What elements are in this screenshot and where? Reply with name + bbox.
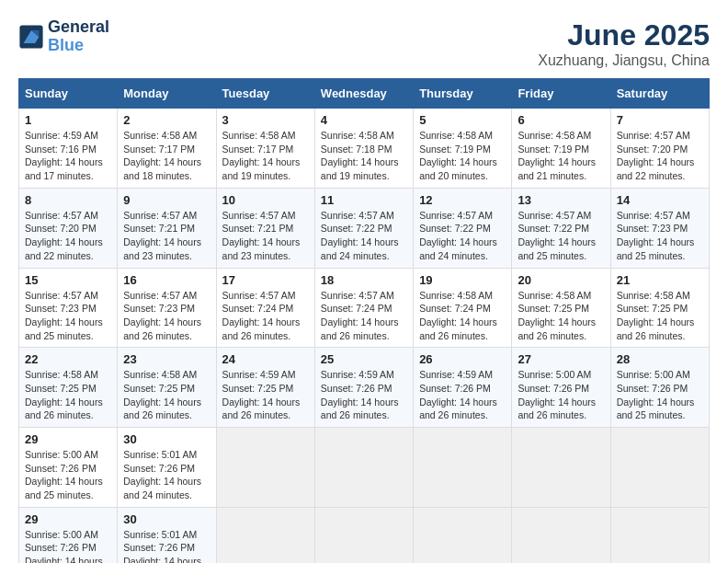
calendar-week-row: 29Sunrise: 5:00 AMSunset: 7:26 PMDayligh… [19,428,710,508]
calendar-day-cell: 13Sunrise: 4:57 AMSunset: 7:22 PMDayligh… [512,188,610,268]
calendar-day-cell: 14Sunrise: 4:57 AMSunset: 7:23 PMDayligh… [610,188,709,268]
logo-icon [18,24,44,50]
day-number: 2 [123,113,210,127]
day-info: Sunrise: 4:58 AMSunset: 7:24 PMDaylight:… [419,289,506,343]
calendar-day-cell: 25Sunrise: 4:59 AMSunset: 7:26 PMDayligh… [314,348,413,428]
calendar-day-cell: 5Sunrise: 4:58 AMSunset: 7:19 PMDaylight… [414,109,512,189]
calendar-week-row: 15Sunrise: 4:57 AMSunset: 7:23 PMDayligh… [19,268,710,348]
calendar-day-cell: 1Sunrise: 4:59 AMSunset: 7:16 PMDaylight… [19,109,118,189]
weekday-header: SundayMondayTuesdayWednesdayThursdayFrid… [19,79,710,109]
calendar-day-cell: 10Sunrise: 4:57 AMSunset: 7:21 PMDayligh… [216,188,314,268]
weekday-header-cell: Tuesday [216,79,314,109]
day-number: 6 [518,113,604,127]
day-number: 27 [518,352,604,366]
calendar-day-cell: 6Sunrise: 4:58 AMSunset: 7:19 PMDaylight… [512,109,610,189]
calendar-day-cell [610,507,709,563]
calendar-day-cell: 21Sunrise: 4:58 AMSunset: 7:25 PMDayligh… [610,268,709,348]
day-number: 20 [518,273,604,287]
day-number: 19 [419,273,506,287]
day-info: Sunrise: 4:57 AMSunset: 7:24 PMDaylight:… [321,289,407,343]
title-area: June 2025 Xuzhuang, Jiangsu, China [538,18,710,69]
day-info: Sunrise: 4:58 AMSunset: 7:25 PMDaylight:… [518,289,604,343]
day-info: Sunrise: 4:57 AMSunset: 7:22 PMDaylight:… [321,209,407,263]
weekday-header-cell: Saturday [610,79,709,109]
calendar-day-cell: 15Sunrise: 4:57 AMSunset: 7:23 PMDayligh… [19,268,118,348]
day-info: Sunrise: 4:58 AMSunset: 7:17 PMDaylight:… [222,129,309,183]
calendar-day-cell: 7Sunrise: 4:57 AMSunset: 7:20 PMDaylight… [610,109,709,189]
day-number: 4 [321,113,407,127]
calendar-day-cell: 23Sunrise: 4:58 AMSunset: 7:25 PMDayligh… [118,348,216,428]
calendar-day-cell: 30Sunrise: 5:01 AMSunset: 7:26 PMDayligh… [118,428,216,508]
logo-text: General Blue [48,18,109,55]
day-info: Sunrise: 4:57 AMSunset: 7:22 PMDaylight:… [419,209,506,263]
day-info: Sunrise: 5:00 AMSunset: 7:26 PMDaylight:… [25,448,111,502]
day-number: 13 [518,193,604,207]
calendar-day-cell [414,428,512,508]
day-number: 25 [321,352,407,366]
day-info: Sunrise: 4:58 AMSunset: 7:25 PMDaylight:… [25,368,111,422]
calendar-day-cell: 24Sunrise: 4:59 AMSunset: 7:25 PMDayligh… [216,348,314,428]
day-number: 28 [617,352,703,366]
day-number: 17 [222,273,309,287]
day-info: Sunrise: 4:58 AMSunset: 7:19 PMDaylight:… [518,129,604,183]
logo: General Blue [18,18,109,55]
calendar-week-row: 1Sunrise: 4:59 AMSunset: 7:16 PMDaylight… [19,109,710,189]
calendar-day-cell: 4Sunrise: 4:58 AMSunset: 7:18 PMDaylight… [314,109,413,189]
calendar-day-cell [414,507,512,563]
location-title: Xuzhuang, Jiangsu, China [538,52,710,69]
day-number: 26 [419,352,506,366]
day-info: Sunrise: 4:57 AMSunset: 7:24 PMDaylight:… [222,289,309,343]
day-info: Sunrise: 4:57 AMSunset: 7:23 PMDaylight:… [25,289,111,343]
day-number: 30 [123,432,210,446]
calendar-day-cell [314,428,413,508]
calendar-day-cell: 8Sunrise: 4:57 AMSunset: 7:20 PMDaylight… [19,188,118,268]
day-info: Sunrise: 4:58 AMSunset: 7:25 PMDaylight:… [617,289,703,343]
day-number: 30 [123,512,210,526]
day-number: 22 [25,352,111,366]
day-number: 11 [321,193,407,207]
weekday-header-cell: Friday [512,79,610,109]
day-info: Sunrise: 4:57 AMSunset: 7:21 PMDaylight:… [222,209,309,263]
day-number: 24 [222,352,309,366]
calendar-day-cell: 17Sunrise: 4:57 AMSunset: 7:24 PMDayligh… [216,268,314,348]
calendar-day-cell: 29Sunrise: 5:00 AMSunset: 7:26 PMDayligh… [19,507,118,563]
day-info: Sunrise: 5:00 AMSunset: 7:26 PMDaylight:… [518,368,604,422]
day-info: Sunrise: 4:57 AMSunset: 7:23 PMDaylight:… [123,289,210,343]
day-number: 8 [25,193,111,207]
day-info: Sunrise: 5:01 AMSunset: 7:26 PMDaylight:… [123,448,210,502]
day-number: 29 [25,432,111,446]
day-number: 1 [25,113,111,127]
calendar-day-cell [610,428,709,508]
day-number: 16 [123,273,210,287]
calendar-day-cell: 3Sunrise: 4:58 AMSunset: 7:17 PMDaylight… [216,109,314,189]
day-info: Sunrise: 4:59 AMSunset: 7:26 PMDaylight:… [419,368,506,422]
calendar-day-cell [512,507,610,563]
calendar-day-cell [314,507,413,563]
day-info: Sunrise: 5:00 AMSunset: 7:26 PMDaylight:… [25,528,111,563]
day-number: 18 [321,273,407,287]
day-number: 5 [419,113,506,127]
day-number: 12 [419,193,506,207]
day-number: 15 [25,273,111,287]
day-number: 29 [25,512,111,526]
day-info: Sunrise: 4:59 AMSunset: 7:25 PMDaylight:… [222,368,309,422]
header: General Blue June 2025 Xuzhuang, Jiangsu… [18,18,710,69]
day-info: Sunrise: 4:58 AMSunset: 7:19 PMDaylight:… [419,129,506,183]
day-number: 14 [617,193,703,207]
calendar-day-cell: 29Sunrise: 5:00 AMSunset: 7:26 PMDayligh… [19,428,118,508]
day-number: 21 [617,273,703,287]
day-number: 9 [123,193,210,207]
calendar-day-cell: 28Sunrise: 5:00 AMSunset: 7:26 PMDayligh… [610,348,709,428]
day-info: Sunrise: 4:57 AMSunset: 7:21 PMDaylight:… [123,209,210,263]
calendar-week-row: 29Sunrise: 5:00 AMSunset: 7:26 PMDayligh… [19,507,710,563]
calendar-day-cell: 27Sunrise: 5:00 AMSunset: 7:26 PMDayligh… [512,348,610,428]
day-info: Sunrise: 4:58 AMSunset: 7:17 PMDaylight:… [123,129,210,183]
day-number: 3 [222,113,309,127]
month-title: June 2025 [538,18,710,52]
calendar-day-cell: 11Sunrise: 4:57 AMSunset: 7:22 PMDayligh… [314,188,413,268]
day-info: Sunrise: 5:01 AMSunset: 7:26 PMDaylight:… [123,528,210,563]
calendar-day-cell [216,428,314,508]
calendar-day-cell: 30Sunrise: 5:01 AMSunset: 7:26 PMDayligh… [118,507,216,563]
calendar-day-cell: 22Sunrise: 4:58 AMSunset: 7:25 PMDayligh… [19,348,118,428]
calendar-day-cell: 9Sunrise: 4:57 AMSunset: 7:21 PMDaylight… [118,188,216,268]
